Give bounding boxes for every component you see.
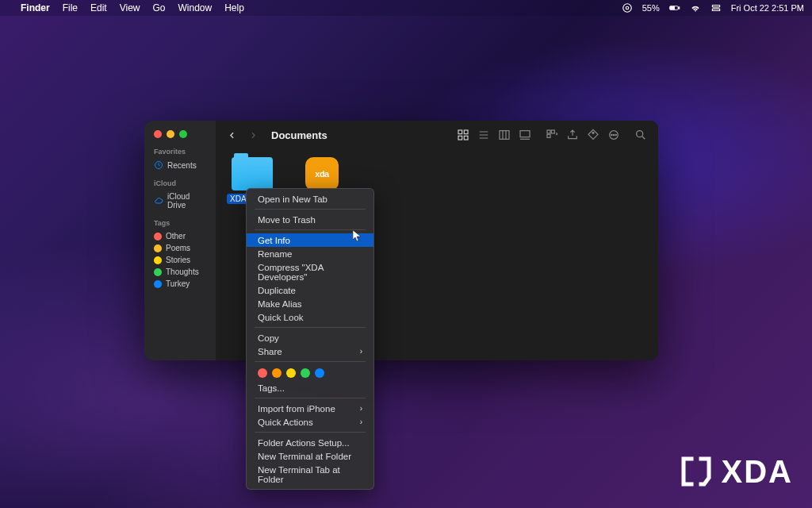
menu-item[interactable]: Open in New Tab <box>247 192 373 206</box>
xda-watermark: XDA <box>677 452 793 491</box>
chevron-right-icon: › <box>360 418 362 426</box>
svg-rect-5 <box>712 6 719 7</box>
menu-tags-row <box>247 365 373 381</box>
menu-item[interactable]: Get Info <box>247 233 373 247</box>
window-minimize-button[interactable] <box>167 130 174 138</box>
xda-bracket-icon <box>677 452 715 491</box>
sidebar-tag-item[interactable]: Poems <box>151 242 209 254</box>
chevron-right-icon: › <box>360 404 362 413</box>
wifi-icon[interactable] <box>690 2 701 13</box>
svg-rect-3 <box>670 6 674 10</box>
tag-dot-icon <box>154 233 162 241</box>
window-title: Documents <box>271 129 327 141</box>
search-button[interactable] <box>634 129 647 141</box>
sidebar-item-recents[interactable]: Recents <box>151 159 209 171</box>
svg-point-19 <box>613 134 614 135</box>
app-icon: xda <box>305 157 339 190</box>
sidebar-tag-item[interactable]: Turkey <box>151 278 209 290</box>
view-icons-button[interactable] <box>457 129 469 141</box>
svg-rect-10 <box>458 136 462 140</box>
menu-item-label: Compress "XDA Developers" <box>258 263 362 282</box>
menu-go[interactable]: Go <box>153 2 166 13</box>
menu-file[interactable]: File <box>63 2 78 13</box>
menu-item-label: Tags... <box>258 383 285 393</box>
menu-edit[interactable]: Edit <box>90 2 107 13</box>
svg-rect-8 <box>458 130 462 134</box>
menu-item-label: Open in New Tab <box>258 194 327 204</box>
svg-point-22 <box>637 131 643 137</box>
share-button[interactable] <box>566 129 579 141</box>
menu-separator <box>255 361 366 362</box>
menu-item-label: Get Info <box>258 236 290 245</box>
tag-color-button[interactable] <box>258 368 267 378</box>
menu-item[interactable]: New Terminal at Folder <box>247 449 373 463</box>
app-menu[interactable]: Finder <box>21 2 50 13</box>
window-close-button[interactable] <box>154 130 162 138</box>
menu-separator <box>255 209 366 210</box>
menu-item-label: Quick Look <box>258 313 304 322</box>
control-center-icon[interactable] <box>622 2 633 13</box>
svg-point-1 <box>626 6 629 10</box>
spotlight-icon[interactable] <box>710 2 722 13</box>
tag-dot-icon <box>154 268 162 276</box>
view-columns-button[interactable] <box>498 129 511 141</box>
menu-item[interactable]: Rename <box>247 247 373 260</box>
menu-item-label: Rename <box>258 249 292 259</box>
menu-item[interactable]: Make Alias <box>247 297 373 310</box>
sidebar-header-icloud: iCloud <box>151 179 209 187</box>
sidebar-header-tags: Tags <box>151 219 209 227</box>
menu-item[interactable]: Quick Look <box>247 310 373 324</box>
tag-color-button[interactable] <box>315 368 324 378</box>
back-button[interactable] <box>227 130 237 140</box>
menu-item[interactable]: Import from iPhone› <box>247 402 373 415</box>
menu-item-label: Duplicate <box>258 286 296 295</box>
menu-view[interactable]: View <box>120 2 140 13</box>
datetime[interactable]: Fri Oct 22 2:51 PM <box>731 3 804 13</box>
menu-item-label: Make Alias <box>258 299 302 309</box>
finder-window: Favorites Recents iCloud iCloud Drive Ta… <box>144 121 658 360</box>
sidebar-tag-item[interactable]: Thoughts <box>151 266 209 278</box>
menu-item-label: Quick Actions <box>258 418 313 427</box>
tag-color-button[interactable] <box>301 368 310 378</box>
tag-color-button[interactable] <box>272 368 282 378</box>
finder-sidebar: Favorites Recents iCloud iCloud Drive Ta… <box>144 121 216 360</box>
battery-icon[interactable] <box>669 2 680 13</box>
menu-help[interactable]: Help <box>224 2 244 13</box>
menu-item[interactable]: Quick Actions› <box>247 415 373 429</box>
view-gallery-button[interactable] <box>519 129 531 141</box>
file-item-app[interactable]: xda <box>297 157 347 190</box>
forward-button[interactable] <box>248 130 259 140</box>
view-list-button[interactable] <box>477 129 490 141</box>
menu-window[interactable]: Window <box>178 2 213 13</box>
tag-dot-icon <box>154 280 162 288</box>
sidebar-item-icloud-drive[interactable]: iCloud Drive <box>151 190 209 211</box>
svg-rect-6 <box>712 9 719 10</box>
menu-item-label: Folder Actions Setup... <box>258 438 350 448</box>
menu-item-label: New Terminal Tab at Folder <box>258 465 362 484</box>
sidebar-tag-item[interactable]: Stories <box>151 254 209 266</box>
tags-button[interactable] <box>587 129 599 141</box>
menu-item[interactable]: Folder Actions Setup... <box>247 436 373 449</box>
menu-item[interactable]: Compress "XDA Developers" <box>247 260 373 283</box>
action-button[interactable] <box>607 129 620 141</box>
sidebar-item-label: iCloud Drive <box>167 192 206 210</box>
folder-icon <box>232 157 273 190</box>
chevron-right-icon: › <box>360 347 362 356</box>
menu-item[interactable]: Tags... <box>247 381 373 394</box>
tag-color-button[interactable] <box>286 368 296 378</box>
menu-item[interactable]: Copy <box>247 331 373 344</box>
menu-item[interactable]: Move to Trash <box>247 213 373 226</box>
menu-separator <box>255 432 366 433</box>
group-button[interactable] <box>546 129 558 141</box>
menu-item[interactable]: New Terminal Tab at Folder <box>247 463 373 486</box>
svg-rect-9 <box>464 130 468 134</box>
menu-separator <box>255 327 366 328</box>
menu-item[interactable]: Duplicate <box>247 283 373 297</box>
menu-item[interactable]: Share› <box>247 344 373 358</box>
battery-text: 55% <box>642 3 660 13</box>
sidebar-tag-item[interactable]: Other <box>151 230 209 242</box>
cloud-icon <box>154 196 163 206</box>
tag-label: Poems <box>166 244 190 252</box>
menu-item-label: New Terminal at Folder <box>258 452 351 461</box>
window-zoom-button[interactable] <box>179 130 187 138</box>
